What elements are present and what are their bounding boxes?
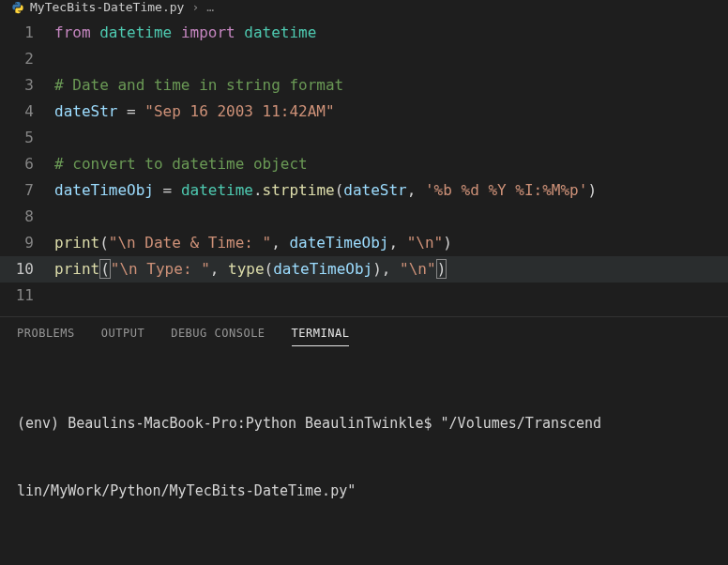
print-call: print <box>54 234 99 252</box>
code-line: 2 <box>0 46 728 72</box>
operator: = <box>117 102 144 120</box>
code-line: 11 <box>0 282 728 309</box>
terminal-line: (env) Beaulins-MacBook-Pro:Python Beauli… <box>17 412 711 435</box>
tab-output[interactable]: OUTPUT <box>101 327 144 346</box>
line-number: 2 <box>0 46 54 72</box>
code-line: 1 from datetime import datetime <box>0 20 728 46</box>
code-line: 5 <box>0 125 728 151</box>
line-number: 1 <box>0 20 54 46</box>
method: strptime <box>263 181 335 199</box>
tab-problems[interactable]: PROBLEMS <box>17 327 75 346</box>
terminal-line <box>17 547 711 565</box>
comment: # convert to datetime object <box>54 155 308 173</box>
tab-debug-console[interactable]: DEBUG CONSOLE <box>171 327 265 346</box>
code-line-current: 10 print("\n Type: ", type(dateTimeObj),… <box>0 256 728 282</box>
line-number: 7 <box>0 177 54 204</box>
object: datetime <box>181 181 253 199</box>
bracket-highlight: ) <box>436 259 447 279</box>
terminal-output[interactable]: (env) Beaulins-MacBook-Pro:Python Beauli… <box>0 354 728 565</box>
print-call: print <box>54 260 99 278</box>
python-file-icon <box>11 1 24 14</box>
builtin-type: type <box>228 260 265 278</box>
module-name: datetime <box>244 23 316 41</box>
line-number: 5 <box>0 125 54 151</box>
keyword-from: from <box>54 23 91 41</box>
string-literal: "Sep 16 2003 11:42AM" <box>144 102 334 120</box>
variable: dateStr <box>54 102 117 120</box>
code-line: 4 dateStr = "Sep 16 2003 11:42AM" <box>0 99 728 125</box>
line-number: 8 <box>0 204 54 230</box>
line-number: 6 <box>0 151 54 177</box>
line-number: 9 <box>0 230 54 256</box>
format-string: '%b %d %Y %I:%M%p' <box>425 181 587 199</box>
breadcrumb[interactable]: MyTecBits-DateTime.py › … <box>0 0 728 14</box>
line-number: 4 <box>0 99 54 125</box>
breadcrumb-filename[interactable]: MyTecBits-DateTime.py <box>30 0 184 14</box>
module-name: datetime <box>99 23 172 41</box>
code-editor[interactable]: 1 from datetime import datetime 2 3 # Da… <box>0 14 728 316</box>
code-line: 6 # convert to datetime object <box>0 151 728 177</box>
variable: dateTimeObj <box>54 181 154 199</box>
code-line: 9 print("\n Date & Time: ", dateTimeObj,… <box>0 230 728 256</box>
bracket-highlight: ( <box>99 259 111 279</box>
line-number: 10 <box>0 256 54 282</box>
line-number: 3 <box>0 72 54 99</box>
breadcrumb-more[interactable]: … <box>206 0 214 14</box>
tab-terminal[interactable]: TERMINAL <box>292 327 350 346</box>
comment: # Date and time in string format <box>54 76 343 94</box>
line-number: 11 <box>0 282 54 309</box>
terminal-line: lin/MyWork/Python/MyTecBits-DateTime.py" <box>17 480 711 502</box>
code-line: 8 <box>0 204 728 230</box>
code-line: 7 dateTimeObj = datetime.strptime(dateSt… <box>0 177 728 204</box>
keyword-import: import <box>181 23 235 41</box>
code-line: 3 # Date and time in string format <box>0 72 728 99</box>
panel-tabs: PROBLEMS OUTPUT DEBUG CONSOLE TERMINAL <box>0 316 728 354</box>
chevron-right-icon: › <box>191 0 199 14</box>
